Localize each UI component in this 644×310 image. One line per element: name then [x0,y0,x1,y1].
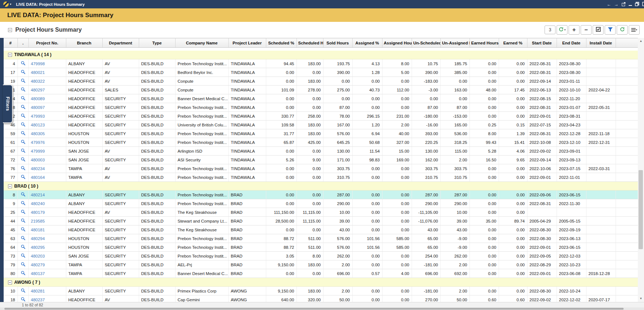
project-link[interactable]: 480297 [31,88,45,92]
remove-button[interactable]: − [581,25,592,35]
project-link[interactable]: 480003 [31,158,45,162]
col-header-un-scheduled[interactable]: Un-Scheduled [412,38,440,48]
table-row[interactable]: 42479993HEADOFFICESECURITYDES-BUILDPrebo… [4,112,638,121]
scroll-down-icon[interactable]: ▼ [638,296,644,301]
col-header-un-assigned[interactable]: Un-Assigned H [440,38,470,48]
magnifier-icon[interactable] [17,191,28,199]
magnifier-icon[interactable] [17,199,28,208]
add-button[interactable]: + [569,25,580,35]
filter-button[interactable] [605,25,616,35]
project-link[interactable]: 480295 [31,245,45,250]
col-header-view[interactable]: . [17,38,28,48]
vertical-scrollbar-thumb[interactable] [639,170,643,250]
project-link[interactable]: 480322 [31,79,45,83]
project-link[interactable]: 480305 [31,132,45,136]
horizontal-scrollbar-thumb[interactable] [4,308,624,310]
group-header-row[interactable]: −BRAD ( 10 ) [4,182,638,191]
col-header-sold-hours[interactable]: Sold Hours [323,38,352,48]
table-row[interactable]: 46480123HEADOFFICESECURITYDES-BUILDUnive… [4,121,638,129]
col-header-scheduled-pct[interactable]: Scheduled % [266,38,297,48]
project-link[interactable]: 479999 [31,149,45,153]
chevron-down-icon[interactable]: ▾ [10,3,11,6]
table-row[interactable]: 21480297HEADOFFICESALESDES-BUILDConputeT… [4,86,638,94]
project-link[interactable]: 480097 [31,105,45,110]
project-link[interactable]: 480234 [31,166,45,171]
group-header-row[interactable]: −TINDAWALA ( 14 ) [4,51,638,59]
table-row[interactable]: 63480294HOUSTONSECURITYDES-BUILDPrebon T… [4,234,638,243]
project-link[interactable]: 480164 [31,175,45,180]
project-link[interactable]: 480179 [31,210,45,215]
refresh-interval-input[interactable] [545,25,555,34]
clipped-window-icon[interactable] [642,1,644,8]
table-row[interactable]: 64480295HOUSTONSECURITYDES-BUILDPrebon T… [4,243,638,252]
table-row[interactable]: 18480237HEADOFFICEAVDES-BUILDCap GeminiA… [4,295,638,302]
table-row[interactable]: 59480305HOUSTONSECURITYDES-BUILDPrebon T… [4,129,638,138]
magnifier-icon[interactable] [17,103,28,112]
table-row[interactable]: 4479998ALBANYAVDES-BUILDPrebon Technolog… [4,59,638,68]
col-header-scheduled-hours[interactable]: Scheduled Hou [297,38,323,48]
project-link[interactable]: 480294 [31,236,45,241]
col-header-earned-hours[interactable]: Earned Hours [470,38,499,48]
magnifier-icon[interactable] [17,112,28,121]
group-header-cell[interactable]: −TINDAWALA ( 14 ) [4,51,638,59]
project-link[interactable]: 479998 [31,62,45,66]
magnifier-icon[interactable] [17,86,28,94]
project-link[interactable]: 480203 [31,254,45,258]
collapse-group-icon[interactable]: − [8,280,12,285]
project-link[interactable]: 479993 [31,114,45,118]
project-link[interactable]: 479976 [31,140,45,145]
table-row[interactable]: 79480279TAMPASECURITYDES-BUILDAEL-PrjBRA… [4,260,638,269]
project-link[interactable]: 480237 [31,298,45,302]
col-header-branch[interactable]: Branch [66,38,102,48]
col-header-project-leader[interactable]: Project Leader [228,38,266,48]
table-row[interactable]: 77480164TAMPAAVDES-BUILDPrebon Technolog… [4,173,638,182]
magnifier-icon[interactable] [17,252,28,260]
forward-icon[interactable]: → [614,2,619,7]
magnifier-icon[interactable] [17,225,28,234]
project-link[interactable]: 480137 [31,271,45,276]
filters-tab[interactable]: Filters [3,85,13,123]
magnifier-icon[interactable] [17,68,28,77]
magnifier-icon[interactable] [17,287,28,295]
table-row[interactable]: 34480089HEADOFFICESECURITYDES-BUILDBanne… [4,94,638,103]
auto-refresh-button[interactable]: ▾ [557,25,568,35]
table-row[interactable]: 38480097HEADOFFICESECURITYDES-BUILDPrebo… [4,103,638,112]
minimize-icon[interactable] [629,5,632,6]
project-link[interactable]: 480240 [31,201,45,206]
table-row[interactable]: 80480137TAMPASECURITYDES-BUILDBanner Des… [4,269,638,278]
project-link[interactable]: 480089 [31,97,45,101]
col-header-row-number[interactable]: # [4,38,17,48]
table-row[interactable]: 17480021HEADOFFICEAVDES-BUILDBedford Bey… [4,68,638,77]
project-link[interactable]: 480281 [31,289,45,293]
horizontal-scrollbar[interactable] [0,307,644,310]
table-row[interactable]: 9480240ALBANYSECURITYDES-BUILDPrebon Tec… [4,199,638,208]
collapse-panel-icon[interactable]: − [8,28,12,32]
back-icon[interactable]: ← [607,2,611,7]
table-row[interactable]: 10480281ALBANYSECURITYDES-BUILDPrimex Pl… [4,287,638,295]
group-header-row[interactable]: −AWONG ( 7 ) [4,278,638,287]
multiselect-button[interactable] [593,25,604,35]
collapse-group-icon[interactable]: − [8,53,12,57]
col-header-project-no[interactable]: Project No. [28,38,66,48]
project-link[interactable]: 480123 [31,123,45,127]
vertical-scrollbar[interactable]: ▲ ▼ [638,38,644,302]
table-row[interactable]: 25480179HEADOFFICEAVDES-BUILDThe Keg Ste… [4,208,638,217]
magnifier-icon[interactable] [17,129,28,138]
magnifier-icon[interactable] [17,217,28,225]
collapse-group-icon[interactable]: − [8,184,12,188]
project-link[interactable]: 480181 [31,228,45,232]
magnifier-icon[interactable] [17,121,28,129]
col-header-assigned-hours[interactable]: Assigned Hour [382,38,412,48]
col-header-assigned-pct[interactable]: Assigned % [352,38,382,48]
open-new-window-icon[interactable] [621,1,626,8]
table-row[interactable]: 44219585HEADOFFICESECURITYDES-BUILDStewa… [4,217,638,225]
table-row[interactable]: 45480181HEADOFFICESECURITYDES-BUILDThe K… [4,225,638,234]
magnifier-icon[interactable] [17,260,28,269]
project-link[interactable]: 480021 [31,70,45,75]
magnifier-icon[interactable] [17,138,28,147]
group-header-cell[interactable]: −BRAD ( 10 ) [4,182,638,191]
col-header-end-date[interactable]: End Date [557,38,586,48]
table-row[interactable]: 72480003SAN JOSESECURITYDES-BUILDASI Sec… [4,156,638,164]
magnifier-icon[interactable] [17,164,28,173]
magnifier-icon[interactable] [17,173,28,182]
